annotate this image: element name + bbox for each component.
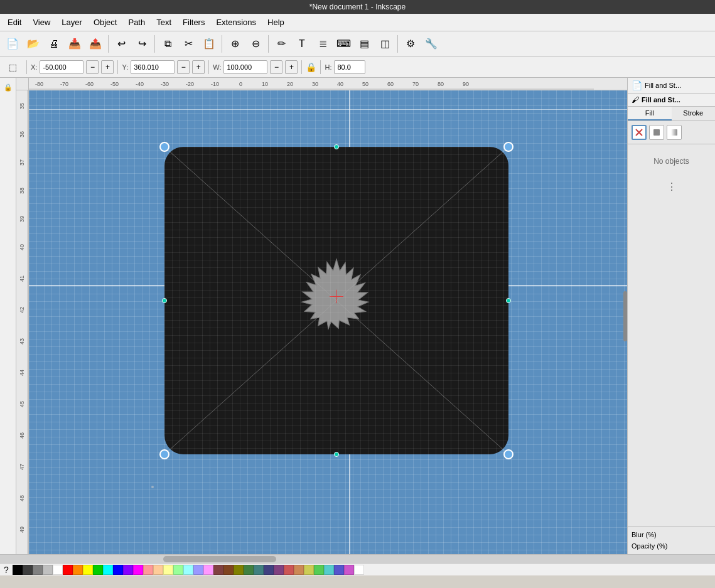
toolbar-btn-20[interactable]: ▤ — [354, 34, 374, 54]
palette-color-30[interactable] — [314, 565, 324, 575]
toolbar-btn-24[interactable]: 🔧 — [421, 34, 441, 54]
menu-item-edit[interactable]: Edit — [3, 16, 26, 29]
palette-color-22[interactable] — [234, 565, 244, 575]
toolbar-btn-16[interactable]: ✏ — [271, 34, 291, 54]
palette-color-16[interactable] — [173, 565, 183, 575]
mid-handle-right[interactable] — [506, 298, 511, 303]
palette-color-6[interactable] — [73, 565, 83, 575]
palette-color-4[interactable] — [53, 565, 63, 575]
palette-color-27[interactable] — [284, 565, 294, 575]
menu-item-layer[interactable]: Layer — [56, 16, 87, 29]
svg-rect-43 — [653, 129, 660, 136]
toolbar-btn-6[interactable]: ↩ — [111, 34, 131, 54]
palette-color-1[interactable] — [23, 565, 33, 575]
menu-item-path[interactable]: Path — [123, 16, 150, 29]
fill-none-btn[interactable] — [632, 125, 647, 140]
palette-color-18[interactable] — [193, 565, 203, 575]
palette-color-32[interactable] — [334, 565, 344, 575]
palette-color-25[interactable] — [264, 565, 274, 575]
lock-viewport-btn[interactable]: 🔒 — [1, 80, 15, 94]
document-canvas[interactable] — [29, 90, 627, 554]
palette-color-11[interactable] — [123, 565, 133, 575]
toolbar-btn-3[interactable]: 📥 — [65, 34, 85, 54]
toolbar-btn-11[interactable]: 📋 — [199, 34, 219, 54]
handle-bottom-right[interactable] — [503, 449, 513, 459]
menu-item-view[interactable]: View — [28, 16, 55, 29]
toolbar-btn-1[interactable]: 📂 — [23, 34, 43, 54]
mid-handle-left[interactable] — [162, 298, 167, 303]
h-scroll-thumb[interactable] — [163, 556, 276, 562]
palette-color-14[interactable] — [153, 565, 163, 575]
h-input[interactable] — [334, 60, 365, 74]
palette-color-21[interactable] — [223, 565, 234, 575]
palette-color-2[interactable] — [33, 565, 43, 575]
palette-color-28[interactable] — [294, 565, 304, 575]
x-plus-btn[interactable]: + — [101, 60, 114, 74]
palette-color-33[interactable] — [344, 565, 354, 575]
tab-fill[interactable]: Fill — [628, 107, 672, 120]
svg-text:39: 39 — [19, 216, 25, 222]
palette-color-17[interactable] — [183, 565, 193, 575]
w-plus-btn[interactable]: + — [285, 60, 298, 74]
canvas-container[interactable]: -80 -70 -60 -50 -40 -30 -20 -10 0 10 20 … — [16, 78, 627, 554]
palette-color-3[interactable] — [43, 565, 53, 575]
toolbar-btn-2[interactable]: 🖨 — [44, 34, 64, 54]
palette-color-31[interactable] — [324, 565, 334, 575]
palette-color-15[interactable] — [163, 565, 173, 575]
x-input[interactable] — [40, 60, 83, 74]
fill-flat-btn[interactable] — [649, 125, 664, 140]
menu-item-filters[interactable]: Filters — [178, 16, 210, 29]
mid-handle-bottom[interactable] — [334, 452, 339, 457]
toolbar-btn-0[interactable]: 📄 — [3, 34, 23, 54]
palette-color-0[interactable] — [13, 565, 23, 575]
lock-icon[interactable]: 🔒 — [306, 62, 316, 72]
mid-handle-top[interactable] — [334, 144, 339, 149]
palette-color-10[interactable] — [113, 565, 123, 575]
palette-color-23[interactable] — [244, 565, 254, 575]
canvas[interactable] — [29, 90, 627, 554]
palette-color-29[interactable] — [304, 565, 314, 575]
toolbar-btn-23[interactable]: ⚙ — [401, 34, 421, 54]
toolbar-btn-19[interactable]: ⌨ — [333, 34, 353, 54]
palette-color-8[interactable] — [93, 565, 103, 575]
toolbar-btn-18[interactable]: ≣ — [313, 34, 333, 54]
y-plus-btn[interactable]: + — [192, 60, 205, 74]
toolbar-btn-9[interactable]: ⧉ — [158, 34, 178, 54]
select-tool-icon[interactable]: ⬚ — [3, 57, 23, 77]
menu-item-help[interactable]: Help — [262, 16, 289, 29]
menu-item-text[interactable]: Text — [151, 16, 176, 29]
palette-color-12[interactable] — [133, 565, 143, 575]
h-scrollbar[interactable] — [0, 554, 715, 563]
palette-color-26[interactable] — [274, 565, 284, 575]
toolbar-btn-10[interactable]: ✂ — [178, 34, 198, 54]
y-minus-btn[interactable]: − — [177, 60, 190, 74]
palette-color-24[interactable] — [254, 565, 264, 575]
handle-top-right[interactable] — [503, 142, 513, 152]
w-input[interactable] — [223, 60, 267, 74]
toolbar-btn-7[interactable]: ↪ — [132, 34, 152, 54]
toolbar-btn-4[interactable]: 📤 — [85, 34, 105, 54]
x-minus-btn[interactable]: − — [86, 60, 99, 74]
palette-color-7[interactable] — [83, 565, 93, 575]
black-rectangle[interactable] — [164, 147, 508, 454]
handle-top-left[interactable] — [159, 142, 169, 152]
toolbar-btn-17[interactable]: T — [292, 34, 312, 54]
toolbar-btn-14[interactable]: ⊖ — [245, 34, 266, 54]
toolbar-btn-13[interactable]: ⊕ — [225, 34, 245, 54]
palette-color-20[interactable] — [213, 565, 223, 575]
palette-options-icon[interactable]: ? — [0, 565, 13, 575]
tab-stroke[interactable]: Stroke — [672, 107, 716, 120]
menu-item-object[interactable]: Object — [89, 16, 122, 29]
toolbar-btn-21[interactable]: ◫ — [375, 34, 395, 54]
fill-linear-btn[interactable] — [667, 125, 682, 140]
palette-color-19[interactable] — [203, 565, 213, 575]
menu-item-extensions[interactable]: Extensions — [211, 16, 261, 29]
palette-color-34[interactable] — [354, 565, 364, 575]
handle-bottom-left[interactable] — [159, 449, 169, 459]
w-minus-btn[interactable]: − — [270, 60, 282, 74]
palette-color-5[interactable] — [63, 565, 73, 575]
three-dot-menu[interactable]: ⋮ — [662, 178, 682, 195]
palette-color-13[interactable] — [143, 565, 153, 575]
y-input[interactable] — [131, 60, 175, 74]
palette-color-9[interactable] — [103, 565, 113, 575]
